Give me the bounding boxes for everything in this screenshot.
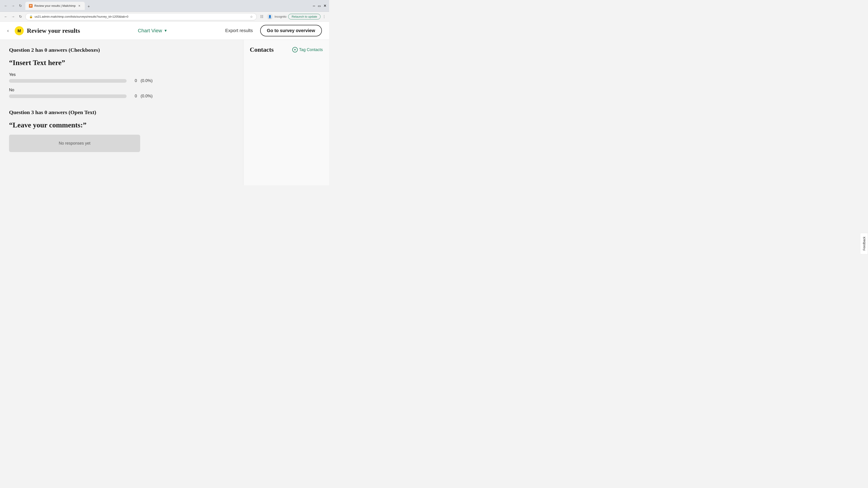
browser-menu-button[interactable]: ⋮ (322, 14, 327, 19)
tab-title: Review your results | Mailchimp (34, 4, 76, 7)
answer-row-no: No 0 (0.0%) (9, 88, 234, 98)
answer-count-yes: 0 (130, 78, 137, 83)
chart-view-button[interactable]: Chart View ▼ (138, 28, 167, 34)
header-right: Export results Go to survey overview (225, 25, 322, 36)
refresh-button[interactable]: ↻ (17, 3, 24, 9)
forward-nav-button[interactable]: → (10, 3, 16, 9)
question-3-header: Question 3 has 0 answers (Open Text) (9, 109, 234, 116)
new-tab-button[interactable]: + (86, 4, 92, 10)
bookmark-icon[interactable]: ☆ (250, 15, 253, 19)
back-button[interactable]: ‹ (7, 28, 9, 33)
answer-count-no: 0 (130, 94, 137, 98)
maximize-button[interactable]: ▭ (318, 4, 321, 8)
header-center: Chart View ▼ (86, 28, 220, 34)
answer-label-yes: Yes (9, 72, 234, 77)
profile-button[interactable]: 👤 (267, 13, 273, 20)
relaunch-button[interactable]: Relaunch to update (288, 14, 320, 20)
answer-percent-no: (0.0%) (141, 94, 154, 98)
browser-window-controls: – ▭ ✕ (313, 3, 327, 8)
tag-contacts-label: Tag Contacts (299, 47, 323, 52)
address-bar[interactable]: 🔒 us21.admin.mailchimp.com/lists/surveys… (25, 13, 257, 20)
extensions-button[interactable]: ☷ (258, 13, 265, 20)
answer-percent-yes: (0.0%) (141, 78, 154, 83)
app-header: ‹ M Review your results Chart View ▼ Exp… (0, 22, 329, 40)
contacts-header: Contacts + Tag Contacts (250, 46, 323, 53)
incognito-label: Incognito (274, 15, 286, 18)
mailchimp-logo: M (14, 26, 24, 36)
answer-label-no: No (9, 88, 234, 92)
survey-overview-button[interactable]: Go to survey overview (260, 25, 322, 36)
page-nav-arrows: ← → ↻ (3, 13, 24, 20)
progress-bar-yes (9, 79, 127, 83)
question-2-header: Question 2 has 0 answers (Checkboxes) (9, 47, 234, 53)
question-3-section: Question 3 has 0 answers (Open Text) “Le… (9, 109, 234, 152)
page-forward-button[interactable]: → (10, 13, 16, 20)
tab-close-button[interactable]: ✕ (78, 4, 81, 8)
page-refresh-button[interactable]: ↻ (17, 13, 24, 20)
page-back-button[interactable]: ← (3, 13, 9, 20)
profile-area: 👤 Incognito (267, 13, 286, 20)
chevron-down-icon: ▼ (164, 29, 167, 33)
question-3-text: “Leave your comments:” (9, 121, 234, 129)
address-bar-row: ← → ↻ 🔒 us21.admin.mailchimp.com/lists/s… (0, 12, 329, 22)
contacts-title: Contacts (250, 46, 274, 53)
main-content: Question 2 has 0 answers (Checkboxes) “I… (0, 40, 329, 185)
question-2-section: Question 2 has 0 answers (Checkboxes) “I… (9, 47, 234, 98)
export-results-button[interactable]: Export results (225, 28, 253, 33)
answer-bar-row-no: 0 (0.0%) (9, 94, 234, 98)
logo-container: M Review your results (14, 26, 80, 36)
no-responses-text: No responses yet (59, 141, 90, 145)
plus-circle-icon: + (292, 47, 298, 53)
tab-bar: M Review your results | Mailchimp ✕ + (25, 2, 311, 10)
active-tab[interactable]: M Review your results | Mailchimp ✕ (25, 2, 85, 10)
back-nav-button[interactable]: ← (3, 3, 9, 9)
contacts-panel: Contacts + Tag Contacts (243, 40, 329, 185)
url-text: us21.admin.mailchimp.com/lists/surveys/r… (35, 15, 248, 18)
question-2-text: “Insert Text here” (9, 59, 234, 67)
svg-text:M: M (18, 29, 21, 33)
no-responses-box: No responses yet (9, 135, 140, 152)
results-panel: Question 2 has 0 answers (Checkboxes) “I… (0, 40, 243, 185)
tab-favicon: M (29, 4, 33, 8)
close-window-button[interactable]: ✕ (323, 4, 327, 8)
progress-bar-no (9, 94, 127, 98)
answer-bar-row-yes: 0 (0.0%) (9, 78, 234, 83)
chart-view-label: Chart View (138, 28, 162, 34)
nav-arrows: ← → ↻ (3, 3, 24, 9)
tag-contacts-button[interactable]: + Tag Contacts (292, 47, 323, 53)
lock-icon: 🔒 (29, 15, 33, 18)
minimize-button[interactable]: – (313, 3, 315, 8)
answer-row-yes: Yes 0 (0.0%) (9, 72, 234, 83)
browser-chrome: ← → ↻ M Review your results | Mailchimp … (0, 0, 329, 12)
toolbar-controls: ☷ 👤 Incognito Relaunch to update ⋮ (258, 13, 327, 20)
page-title: Review your results (27, 27, 80, 34)
